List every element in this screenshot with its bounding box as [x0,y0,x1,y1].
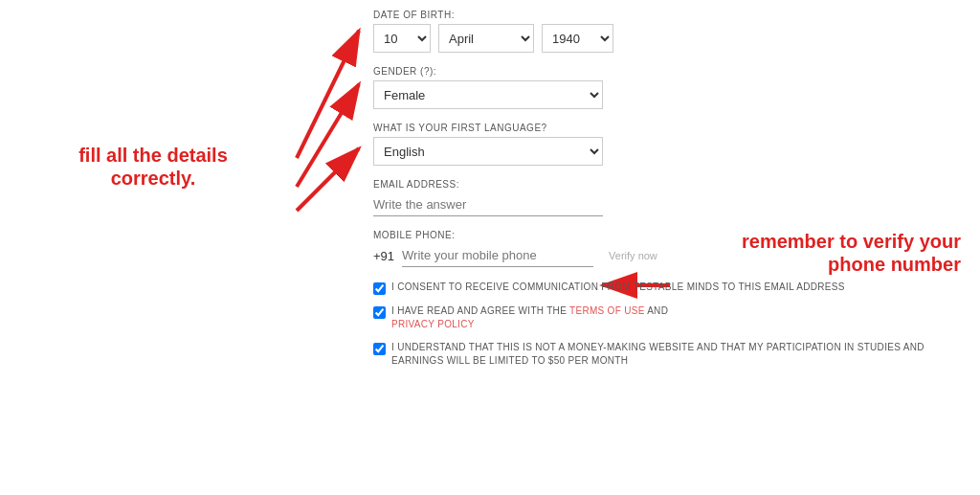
dob-label: DATE OF BIRTH: [373,10,967,20]
dob-month-select[interactable]: January February March April May June Ju… [438,24,534,53]
svg-line-2 [297,84,359,187]
dob-day-select[interactable]: 10 [373,24,431,53]
consent2-group: I HAVE READ AND AGREE WITH THE TERMS OF … [373,304,967,331]
consent3-text: I UNDERSTAND THAT THIS IS NOT A MONEY-MA… [391,341,967,368]
verify-now-link[interactable]: Verify now [609,250,657,261]
phone-prefix: +91 [373,249,394,263]
checkboxes-area: I CONSENT TO RECEIVE COMMUNICATION FROM … [373,281,967,368]
phone-row: +91 Verify now [373,244,967,267]
consent3-checkbox[interactable] [373,343,386,355]
dob-row: 10 January February March April May June… [373,24,967,53]
privacy-link[interactable]: PRIVACY POLICY [391,319,475,329]
consent2-text: I HAVE READ AND AGREE WITH THE TERMS OF … [391,304,668,331]
gender-select[interactable]: Male Female Other Prefer not to say [373,80,603,109]
consent2-checkbox[interactable] [373,306,386,319]
left-annotation-text: fill all the details correctly. [78,145,228,189]
language-select[interactable]: English Spanish French German Chinese [373,137,603,166]
consent1-checkbox[interactable] [373,282,386,295]
consent1-text: I CONSENT TO RECEIVE COMMUNICATION FROM … [391,281,845,294]
gender-field-group: GENDER (?): Male Female Other Prefer not… [373,66,967,109]
dob-field-group: DATE OF BIRTH: 10 January February March… [373,10,967,53]
terms-link[interactable]: TERMS OF USE [569,305,645,316]
phone-input[interactable] [402,244,593,267]
email-field-group: EMAIL ADDRESS: [373,179,967,216]
svg-line-1 [297,31,359,158]
email-input[interactable] [373,193,603,216]
consent1-group: I CONSENT TO RECEIVE COMMUNICATION FROM … [373,281,967,295]
left-annotation: fill all the details correctly. [57,144,249,190]
dob-year-select[interactable]: 1940 1941 1942 [542,24,613,53]
svg-line-3 [297,148,359,211]
language-field-group: WHAT IS YOUR FIRST LANGUAGE? English Spa… [373,123,967,166]
email-label: EMAIL ADDRESS: [373,179,967,190]
gender-label: GENDER (?): [373,66,967,77]
form-area: DATE OF BIRTH: 10 January February March… [354,0,980,387]
phone-label: MOBILE PHONE: [373,230,967,240]
consent3-group: I UNDERSTAND THAT THIS IS NOT A MONEY-MA… [373,341,967,368]
language-label: WHAT IS YOUR FIRST LANGUAGE? [373,123,967,133]
phone-field-group: MOBILE PHONE: +91 Verify now [373,230,967,267]
